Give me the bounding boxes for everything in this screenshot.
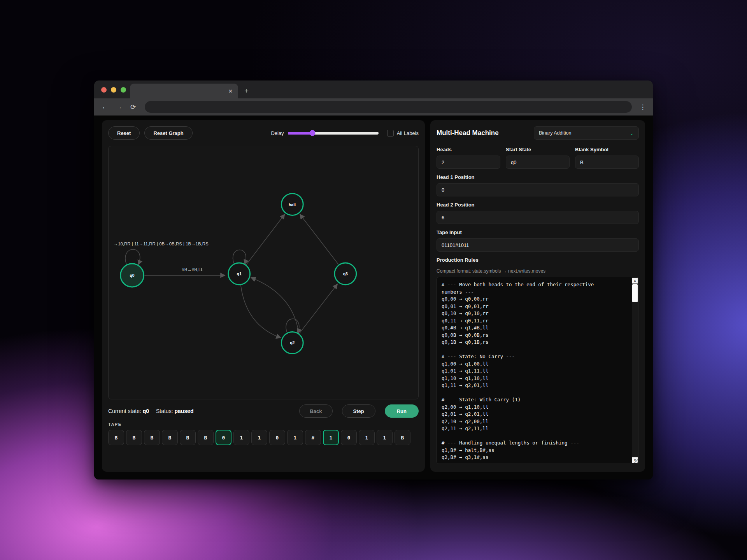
svg-text:q0: q0 [130,273,134,278]
status-text: Current state: q0 Status: paused [108,408,193,414]
svg-text:q2: q2 [290,341,295,345]
reset-button[interactable]: Reset [108,126,140,140]
step-button[interactable]: Step [342,404,375,418]
tape-cell: 1 [251,430,267,445]
delay-slider[interactable] [288,132,379,135]
config-header: Multi-Head Machine Binary Addition ⌄ [437,126,639,140]
all-labels-control: All Labels [387,130,419,136]
state-graph-svg: →10,RR | 11→11,RR | 0B→0B,RS | 1B→1B,RS … [109,146,418,399]
tape-cell: B [108,430,124,445]
url-bar[interactable] [145,101,632,113]
tape-cell: 1 [377,430,393,445]
current-state-value: q0 [143,408,149,414]
app-content: Reset Reset Graph Delay All Labels [94,116,653,480]
delay-control: Delay [271,130,378,136]
tape-cell: 1 [359,430,375,445]
production-rules-text[interactable]: # --- Move both heads to the end of thei… [437,277,638,464]
traffic-lights [101,87,126,93]
config-panel: Multi-Head Machine Binary Addition ⌄ Hea… [430,120,645,472]
simulator-toolbar: Reset Reset Graph Delay All Labels [108,126,419,140]
tape-cell: 1 [287,430,303,445]
tape-cell: B [180,430,196,445]
status-label: Status: [156,408,173,414]
graph-node-halt[interactable]: halt [281,194,303,215]
blank-symbol-label: Blank Symbol [575,147,639,152]
preset-value: Binary Addition [539,130,571,136]
svg-text:q1: q1 [237,272,242,276]
chevron-down-icon: ⌄ [630,130,634,136]
tape-cell: 0 [341,430,357,445]
run-button[interactable]: Run [385,404,419,418]
tab-strip: ✕ + [94,80,653,98]
tape-label: TAPE [108,422,419,427]
run-controls: Back Step Run [299,404,419,418]
edge-q1-selfloop [233,250,246,264]
tab-close-icon[interactable]: ✕ [228,88,233,94]
head1-position-label: Head 1 Position [437,174,639,180]
status-value: paused [174,408,193,414]
head2-position-input[interactable] [437,211,639,224]
tape-cell: B [395,430,410,445]
svg-text:halt: halt [289,203,296,207]
edge-q1-halt [246,214,285,265]
tape-cell: 1 [233,430,249,445]
tape-cell: B [126,430,142,445]
scroll-up-icon[interactable]: ▲ [632,278,638,284]
delay-label: Delay [271,130,284,136]
browser-window: ✕ + ← → ⟳ ⋮ Reset Reset Graph Delay [94,80,653,480]
tape-cell: # [305,430,321,445]
graph-node-q0[interactable]: q0 [121,264,144,287]
edge-q2-q1 [251,278,299,334]
state-graph-canvas[interactable]: →10,RR | 11→11,RR | 0B→0B,RS | 1B→1B,RS … [108,146,419,399]
reset-graph-button[interactable]: Reset Graph [144,126,192,140]
head2-position-label: Head 2 Position [437,202,639,208]
status-row: Current state: q0 Status: paused Back St… [108,404,419,418]
tape-cell: 0 [216,430,231,445]
maximize-window-button[interactable] [121,87,126,93]
tape-row: BBBBBB01101#1011B [108,430,419,445]
edge-q0-selfloop [125,249,140,265]
all-labels-label: All Labels [397,130,419,136]
tape-cell: 0 [269,430,285,445]
rules-scrollbar[interactable]: ▲ ▼ [632,278,638,463]
head1-position-input[interactable] [437,183,639,196]
edge-q3-halt [300,214,338,264]
preset-select[interactable]: Binary Addition ⌄ [534,126,639,140]
graph-node-q3[interactable]: q3 [335,263,356,285]
tape-cell: B [198,430,214,445]
tape-input-field[interactable] [437,238,639,252]
back-button[interactable]: Back [299,404,332,418]
heads-input[interactable] [437,156,500,169]
edge-q2-q3 [299,284,337,334]
all-labels-checkbox[interactable] [387,130,394,136]
browser-tab[interactable]: ✕ [130,84,238,98]
edge-q1-q2 [241,285,281,338]
tape-input-label: Tape Input [437,229,639,235]
machine-title: Multi-Head Machine [437,129,499,137]
forward-icon[interactable]: → [114,102,124,112]
delay-slider-thumb[interactable] [309,130,315,136]
production-rules-editor[interactable]: # --- Move both heads to the end of thei… [437,277,639,464]
back-icon[interactable]: ← [100,102,110,112]
svg-text:q3: q3 [343,272,348,276]
tape-cell: B [144,430,160,445]
tape-cell: B [162,430,178,445]
graph-node-q2[interactable]: q2 [281,332,303,354]
scrollbar-thumb[interactable] [632,284,638,302]
minimize-window-button[interactable] [111,87,116,93]
graph-node-q1[interactable]: q1 [228,263,250,285]
simulator-panel: Reset Reset Graph Delay All Labels [102,120,425,472]
close-window-button[interactable] [101,87,107,93]
start-state-label: Start State [506,147,570,152]
edge-label-q0-loop: →10,RR | 11→11,RR | 0B→0B,RS | 1B→1B,RS [114,242,209,246]
delay-slider-fill [288,132,312,135]
browser-navbar: ← → ⟳ ⋮ [94,98,653,116]
production-rules-label: Production Rules [437,257,639,263]
tape-cell: 1 [323,430,339,445]
blank-symbol-input[interactable] [575,156,639,169]
browser-menu-icon[interactable]: ⋮ [638,103,647,111]
start-state-input[interactable] [506,156,570,169]
current-state-label: Current state: [108,408,141,414]
new-tab-button[interactable]: + [244,87,249,98]
reload-icon[interactable]: ⟳ [128,102,139,112]
